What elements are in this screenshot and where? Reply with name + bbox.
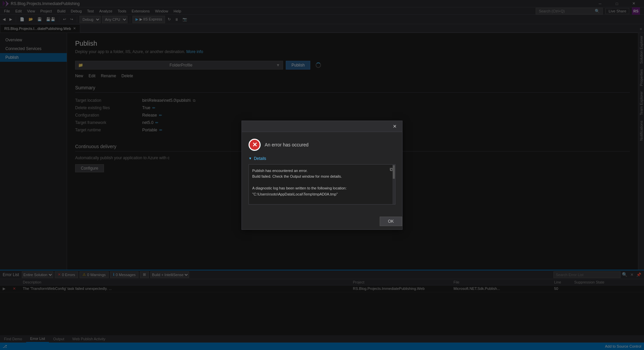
details-toggle-icon: ▼ xyxy=(249,157,252,160)
details-toggle-label: Details xyxy=(254,156,266,161)
scrollbar[interactable] xyxy=(392,165,395,204)
modal-footer: OK xyxy=(242,217,402,229)
modal-close-button[interactable]: ✕ xyxy=(391,123,398,130)
modal-error-header: ✕ An error has occured xyxy=(249,139,395,151)
modal-title-bar: ✕ xyxy=(242,121,402,132)
error-circle-icon: ✕ xyxy=(249,139,261,151)
modal-body: ✕ An error has occured ▼ Details Publish… xyxy=(242,132,402,217)
error-modal: ✕ ✕ An error has occured ▼ Details Publi… xyxy=(241,121,402,230)
ok-button[interactable]: OK xyxy=(380,217,402,226)
scrollbar-thumb xyxy=(393,165,395,179)
details-toggle[interactable]: ▼ Details xyxy=(249,156,395,161)
modal-error-title: An error has occured xyxy=(265,142,309,147)
details-text: Publish has encountered an error.Build f… xyxy=(252,169,346,196)
modal-overlay: ✕ ✕ An error has occured ▼ Details Publi… xyxy=(0,0,644,350)
details-content: Publish has encountered an error.Build f… xyxy=(249,164,395,205)
